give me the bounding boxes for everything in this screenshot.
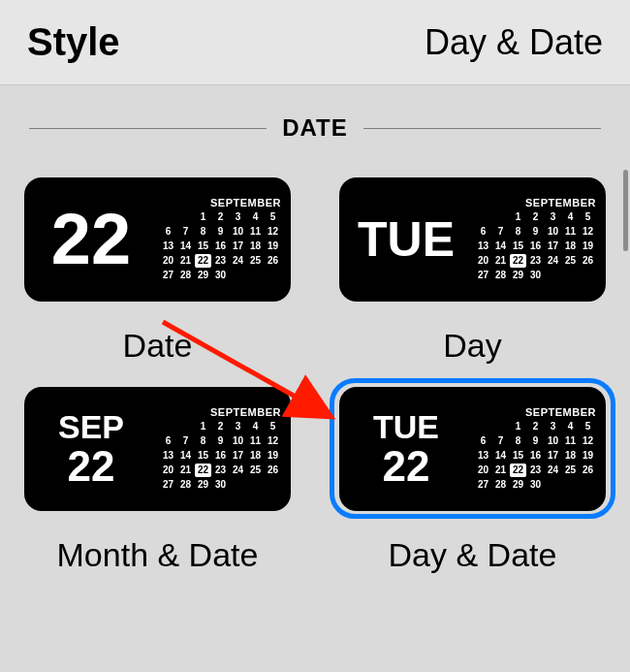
settings-row-title: Style bbox=[27, 20, 120, 64]
calendar-day-cell: 18 bbox=[562, 240, 579, 253]
calendar-day-cell: 19 bbox=[265, 449, 281, 463]
calendar-day-cell: 28 bbox=[492, 478, 509, 492]
calendar-day-cell: 16 bbox=[527, 240, 544, 253]
calendar-day-cell: 2 bbox=[527, 420, 544, 433]
calendar-day-cell: 26 bbox=[580, 254, 596, 268]
mini-calendar: SEPTEMBER 123456789101112131415161718192… bbox=[473, 406, 596, 492]
calendar-day-cell: 9 bbox=[527, 434, 544, 448]
calendar-day-cell: 16 bbox=[212, 240, 229, 253]
content-area: DATE 22 SEPTEMBER 1234567891011121314151… bbox=[0, 85, 630, 580]
divider-line-right bbox=[363, 128, 601, 129]
preview-day-dow: TUE bbox=[358, 215, 455, 264]
calendar-day-cell: 2 bbox=[212, 210, 229, 224]
calendar-day-cell: 14 bbox=[177, 449, 194, 463]
calendar-day-cell: 25 bbox=[247, 464, 264, 477]
calendar-day-cell: 20 bbox=[475, 464, 491, 477]
calendar-day-cell: 5 bbox=[265, 420, 281, 433]
mini-calendar: SEPTEMBER 123456789101112131415161718192… bbox=[473, 197, 596, 282]
calendar-day-cell: 5 bbox=[580, 210, 596, 224]
calendar-day-cell bbox=[247, 478, 264, 492]
calendar-day-cell: 20 bbox=[160, 464, 176, 477]
calendar-day-cell: 29 bbox=[195, 478, 211, 492]
calendar-day-cell: 27 bbox=[160, 478, 176, 492]
mini-calendar-month: SEPTEMBER bbox=[473, 406, 596, 418]
calendar-day-cell bbox=[177, 420, 194, 433]
calendar-day-cell: 30 bbox=[212, 478, 229, 492]
calendar-day-cell bbox=[492, 420, 509, 433]
option-date[interactable]: 22 SEPTEMBER 123456789101112131415161718… bbox=[0, 169, 315, 370]
calendar-day-cell: 3 bbox=[230, 420, 246, 433]
preview-wrap-day-date: TUE 22 SEPTEMBER 12345678910111213141516… bbox=[330, 378, 615, 519]
calendar-day-cell: 4 bbox=[562, 210, 579, 224]
calendar-day-cell: 17 bbox=[230, 240, 246, 253]
calendar-day-cell: 21 bbox=[177, 254, 194, 268]
calendar-day-cell: 7 bbox=[177, 225, 194, 239]
calendar-day-cell: 7 bbox=[492, 225, 509, 239]
calendar-day-cell: 12 bbox=[580, 434, 596, 448]
header-bar: Style Day & Date bbox=[0, 0, 630, 85]
calendar-day-cell: 13 bbox=[160, 240, 176, 253]
mini-calendar-month: SEPTEMBER bbox=[473, 197, 596, 208]
mini-calendar-month: SEPTEMBER bbox=[158, 197, 281, 208]
section-divider: DATE bbox=[0, 114, 630, 142]
calendar-day-cell: 21 bbox=[492, 254, 509, 268]
preview-date-left: 22 bbox=[24, 204, 158, 275]
calendar-day-cell: 21 bbox=[492, 464, 509, 477]
calendar-day-cell bbox=[545, 478, 561, 492]
preview-day: TUE SEPTEMBER 12345678910111213141516171… bbox=[339, 177, 606, 302]
calendar-day-cell: 27 bbox=[475, 269, 491, 282]
calendar-day-cell bbox=[562, 269, 579, 282]
calendar-day-cell: 10 bbox=[230, 434, 246, 448]
calendar-day-cell: 23 bbox=[527, 464, 544, 477]
calendar-day-cell: 27 bbox=[475, 478, 491, 492]
calendar-day-cell: 12 bbox=[580, 225, 596, 239]
calendar-day-cell: 29 bbox=[195, 269, 211, 282]
calendar-day-cell: 4 bbox=[247, 210, 264, 224]
calendar-day-cell: 14 bbox=[492, 240, 509, 253]
calendar-day-cell: 22 bbox=[510, 464, 526, 477]
calendar-day-cell: 25 bbox=[562, 464, 579, 477]
preview-day-left: TUE bbox=[339, 215, 473, 264]
mini-calendar-grid: 1234567891011121314151617181920212223242… bbox=[475, 420, 596, 492]
scroll-indicator[interactable] bbox=[623, 170, 628, 251]
calendar-day-cell: 15 bbox=[510, 449, 526, 463]
calendar-day-cell: 9 bbox=[212, 225, 229, 239]
calendar-day-cell: 11 bbox=[247, 434, 264, 448]
calendar-day-cell: 11 bbox=[562, 225, 579, 239]
calendar-day-cell: 18 bbox=[247, 449, 264, 463]
calendar-day-cell: 20 bbox=[475, 254, 491, 268]
calendar-day-cell bbox=[492, 210, 509, 224]
calendar-day-cell: 30 bbox=[527, 269, 544, 282]
calendar-day-cell: 1 bbox=[195, 420, 211, 433]
calendar-day-cell: 29 bbox=[510, 269, 526, 282]
calendar-day-cell: 24 bbox=[230, 254, 246, 268]
calendar-day-cell: 8 bbox=[195, 225, 211, 239]
calendar-day-cell: 6 bbox=[475, 434, 491, 448]
mini-calendar-grid: 1234567891011121314151617181920212223242… bbox=[160, 420, 281, 492]
calendar-day-cell: 11 bbox=[247, 225, 264, 239]
calendar-day-cell: 22 bbox=[195, 464, 211, 477]
calendar-day-cell bbox=[160, 210, 176, 224]
calendar-day-cell: 9 bbox=[212, 434, 229, 448]
preview-date: 22 SEPTEMBER 123456789101112131415161718… bbox=[24, 177, 291, 302]
option-day[interactable]: TUE SEPTEMBER 12345678910111213141516171… bbox=[315, 169, 630, 370]
calendar-day-cell: 2 bbox=[527, 210, 544, 224]
calendar-day-cell: 22 bbox=[510, 254, 526, 268]
preview-month-date-left: SEP 22 bbox=[24, 410, 158, 488]
settings-row-value[interactable]: Day & Date bbox=[425, 22, 603, 63]
calendar-day-cell: 28 bbox=[177, 269, 194, 282]
preview-day-date-num: 22 bbox=[383, 445, 430, 488]
calendar-day-cell: 7 bbox=[492, 434, 509, 448]
calendar-day-cell: 4 bbox=[247, 420, 264, 433]
preview-wrap-day: TUE SEPTEMBER 12345678910111213141516171… bbox=[330, 169, 615, 309]
preview-day-date-dow: TUE bbox=[373, 410, 439, 443]
mini-calendar-grid: 1234567891011121314151617181920212223242… bbox=[475, 210, 596, 282]
calendar-day-cell: 19 bbox=[580, 240, 596, 253]
option-day-date[interactable]: TUE 22 SEPTEMBER 12345678910111213141516… bbox=[315, 378, 630, 580]
calendar-day-cell: 25 bbox=[247, 254, 264, 268]
calendar-day-cell: 9 bbox=[527, 225, 544, 239]
option-day-date-label: Day & Date bbox=[389, 536, 557, 574]
calendar-day-cell: 4 bbox=[562, 420, 579, 433]
option-month-date[interactable]: SEP 22 SEPTEMBER 12345678910111213141516… bbox=[0, 378, 315, 580]
option-date-label: Date bbox=[123, 327, 193, 365]
